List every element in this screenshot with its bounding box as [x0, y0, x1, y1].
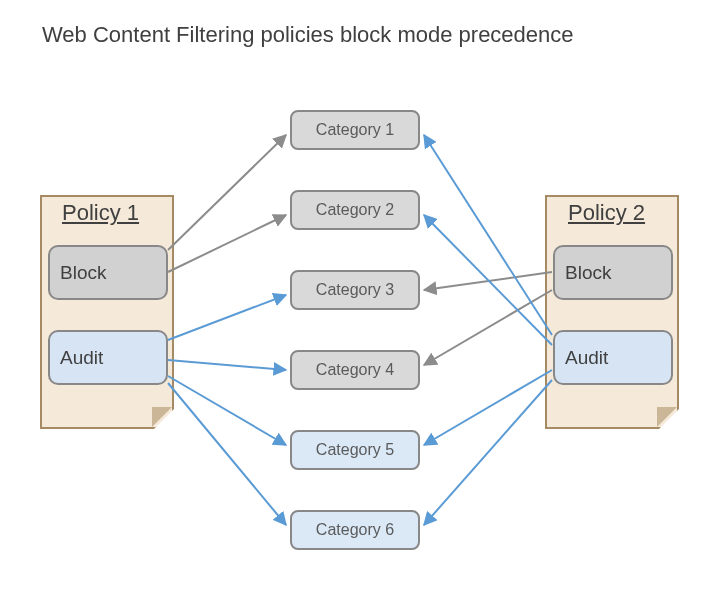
policy-2-title: Policy 2	[568, 200, 645, 226]
policy-2-block-box: Block	[553, 245, 673, 300]
arrow-p2block-c3	[424, 272, 552, 290]
policy-1-audit-label: Audit	[60, 347, 103, 369]
policy-2-audit-label: Audit	[565, 347, 608, 369]
category-4-box: Category 4	[290, 350, 420, 390]
arrow-p2audit-c6	[424, 380, 552, 525]
arrow-p1audit-c3	[168, 295, 286, 340]
category-3-box: Category 3	[290, 270, 420, 310]
policy-1-audit-box: Audit	[48, 330, 168, 385]
arrow-p1audit-c4	[168, 360, 286, 370]
policy-1-block-box: Block	[48, 245, 168, 300]
category-1-box: Category 1	[290, 110, 420, 150]
policy-1-title: Policy 1	[62, 200, 139, 226]
arrow-p2block-c4	[424, 290, 552, 365]
arrow-p1audit-c6	[168, 383, 286, 525]
policy-1-container	[40, 195, 174, 429]
policy-2-block-label: Block	[565, 262, 611, 284]
category-5-box: Category 5	[290, 430, 420, 470]
policy-2-audit-box: Audit	[553, 330, 673, 385]
policy-2-container	[545, 195, 679, 429]
category-6-box: Category 6	[290, 510, 420, 550]
arrow-p2audit-c2	[424, 215, 552, 345]
diagram-title: Web Content Filtering policies block mod…	[42, 22, 574, 48]
arrow-p1block-c2	[168, 215, 286, 272]
arrow-p2audit-c5	[424, 370, 552, 445]
arrow-p1block-c1	[168, 135, 286, 250]
arrow-p1audit-c5	[168, 376, 286, 445]
policy-1-block-label: Block	[60, 262, 106, 284]
arrow-p2audit-c1	[424, 135, 552, 335]
category-2-box: Category 2	[290, 190, 420, 230]
